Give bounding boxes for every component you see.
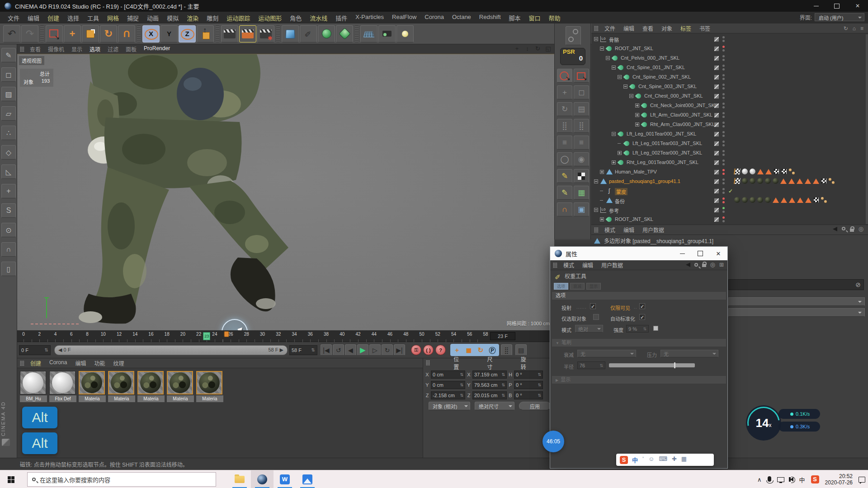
visibility-dots[interactable] [722,131,725,137]
menu-item[interactable]: 动画 [147,14,159,22]
rectangle-selection-tool[interactable] [46,25,63,42]
selection-tag-icon[interactable] [757,169,764,174]
material-tag-icon[interactable] [750,178,755,184]
menu-item[interactable]: 模拟 [167,14,179,22]
material-item[interactable]: Fbx Def [49,371,76,402]
render-view-button[interactable] [221,25,238,42]
mirror-button[interactable]: ▯ [1,262,16,276]
layer-swatch-icon[interactable] [714,170,719,174]
viewport-canvas[interactable]: 透视视图 总计 对象 193 [17,54,554,330]
emoji-icon[interactable]: ☺ [648,455,654,464]
layer-swatch-icon[interactable] [714,113,719,117]
expand-icon[interactable] [600,170,604,174]
ring-selection-button[interactable]: ◯ [557,152,572,166]
undo-button[interactable]: ↶ [3,25,20,42]
layer-swatch-icon[interactable] [714,217,719,222]
attribute-dropdown-1[interactable] [728,297,865,306]
microphone-icon[interactable] [768,476,771,482]
spline-pen-button[interactable]: ✎ [300,25,317,42]
visibility-dots[interactable] [722,188,725,194]
object-manager-menu-item[interactable]: 对象 [661,24,672,32]
object-manager-corner-icon[interactable]: ≡ [860,25,863,32]
object-manager-corner-icon[interactable]: ↻ [844,25,848,32]
properties-menu-item[interactable]: 编辑 [582,261,593,269]
visibility-dots[interactable] [722,197,725,204]
falloff-dropdown[interactable]: 无 [577,350,636,357]
rotation-h-field[interactable]: 0 °⇅ [514,371,543,379]
sogou-logo-icon[interactable]: S [620,456,628,464]
drag-handle-icon[interactable] [20,361,24,366]
target-icon[interactable]: ◎ [710,263,715,267]
y-axis-lock-button[interactable]: Y [160,25,178,42]
object-manager-menu-item[interactable]: 标签 [680,24,691,32]
action-center-icon[interactable] [859,477,865,483]
material-item[interactable]: Materia [167,371,194,402]
material-tag-icon[interactable] [750,169,755,174]
visibility-dots[interactable] [722,169,725,175]
tree-row[interactable]: 备份 [591,196,868,205]
display-section-header[interactable]: ▶显示 [552,376,726,384]
object-name[interactable]: Cnt_Spine_003_JNT_SKL [638,84,697,89]
material-menu-item[interactable]: 纹理 [113,359,124,367]
current-frame-field[interactable]: 23 F [490,332,515,340]
layer-swatch-icon[interactable] [714,189,719,193]
timeline-ruler[interactable]: 0246810121416182022242628303234363840424… [17,330,554,342]
close-button[interactable] [847,0,868,12]
material-item[interactable]: Materia [79,371,106,402]
material-tag-icon[interactable] [765,197,771,203]
selection-tag-icon[interactable] [780,178,787,184]
visibility-dots[interactable] [722,122,725,128]
list-view-button-2[interactable]: ≡ [574,136,589,150]
menu-item[interactable]: 流水线 [310,14,327,22]
autokey-button[interactable]: ( ) [423,345,434,355]
apply-button[interactable]: 应用 [519,402,551,410]
selection-tag-icon[interactable] [805,197,811,203]
menu-item[interactable]: 编辑 [28,14,39,22]
taskbar-file-explorer[interactable] [228,470,251,488]
tree-row[interactable]: Rht_Arm_Clav000_JNT_SKL [591,120,868,129]
record-scale-button[interactable]: ◼ [463,345,475,355]
edges-mode-button[interactable]: ◇ [1,145,16,160]
position-z-field[interactable]: -2.158 cm⇅ [431,391,465,399]
visibility-dots[interactable] [722,112,725,118]
scale-tool[interactable] [82,25,99,42]
material-item[interactable]: Materia [137,371,165,402]
render-settings-button[interactable] [257,25,274,42]
search-icon[interactable] [694,263,698,267]
material-tag-icon[interactable] [757,197,763,203]
uvw-tag-icon[interactable] [774,169,779,174]
camera-button[interactable] [378,25,396,42]
lock-button[interactable]: ⊙ [1,223,16,237]
attribute-dropdown-2[interactable] [728,308,865,317]
x-axis-lock-button[interactable]: X [142,25,160,42]
visibility-dots[interactable] [722,55,725,61]
layer-swatch-icon[interactable] [714,56,719,61]
size-z-field[interactable]: 20.015 cm⇅ [472,391,507,399]
layer-swatch-icon[interactable] [714,66,719,70]
object-name[interactable]: Rht_Leg_001Tear000_JNT_SKL [627,160,698,165]
extrude-tool-disabled[interactable]: ▤ [574,102,589,116]
attribute-input-field[interactable] [728,279,864,290]
bone-tag-icon[interactable] [821,197,827,203]
menu-item[interactable]: 运动图形 [258,14,282,22]
next-frame-button[interactable]: ▷ [369,344,381,356]
menu-item[interactable]: 工具 [87,14,99,22]
drag-handle-icon[interactable] [426,360,430,366]
rotation-b-field[interactable]: 0 °⇅ [514,391,543,399]
workplane-mode-button[interactable]: ▱ [1,106,16,121]
viewport-menu-item[interactable]: ProRender [144,45,170,53]
selection-tag-icon[interactable] [797,197,803,203]
drag-handle-icon[interactable] [553,263,557,268]
uvw-tag-icon[interactable] [821,178,827,184]
expand-icon[interactable] [635,122,639,127]
layer-swatch-icon[interactable] [714,151,719,155]
selection-tag-icon[interactable] [797,178,803,184]
interface-dropdown[interactable]: 启动 (用户) [815,13,864,21]
fill-selection-button[interactable]: ◉ [574,152,589,166]
layout-button[interactable]: ▣ [574,202,589,216]
live-selection-tool[interactable] [557,69,572,83]
menu-item[interactable]: 插件 [335,14,347,22]
timeline-window-button[interactable]: ▤ [515,344,527,356]
link-tool-icon[interactable] [566,26,581,45]
viewport-menu-item[interactable]: 摄像机 [48,45,64,53]
